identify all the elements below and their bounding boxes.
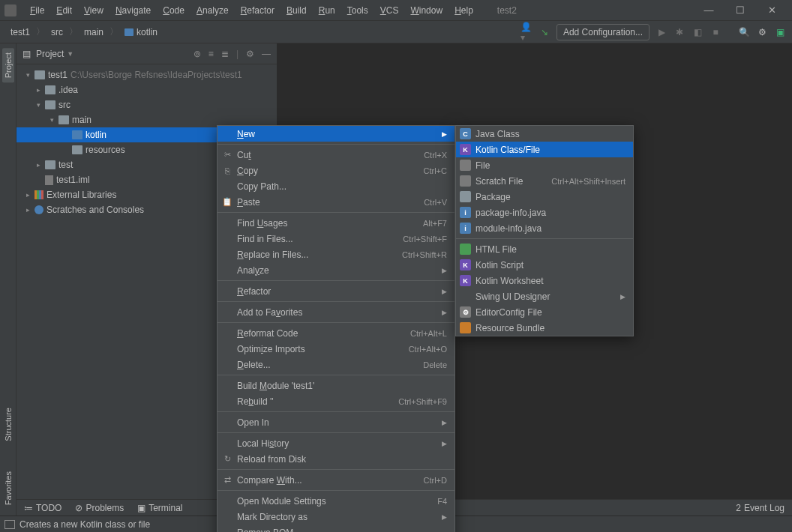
- close-button[interactable]: ✕: [756, 3, 788, 18]
- menu-item-delete-[interactable]: Delete...Delete: [218, 357, 454, 372]
- menu-item-local-history[interactable]: Local History▶: [218, 435, 454, 451]
- submenu-item-scratch-file[interactable]: Scratch FileCtrl+Alt+Shift+Insert: [456, 173, 633, 189]
- rail-tab-favorites[interactable]: Favorites: [4, 467, 13, 510]
- rail-tab-structure[interactable]: Structure: [4, 403, 13, 446]
- menu-item-find-in-files-[interactable]: Find in Files...Ctrl+Shift+F: [218, 231, 454, 247]
- menu-tools[interactable]: Tools: [341, 2, 374, 19]
- plugins-icon[interactable]: ▣: [774, 26, 786, 38]
- tree-label: Scratches and Consoles: [46, 205, 144, 215]
- menu-shortcut: F4: [437, 497, 447, 506]
- tree-item--idea[interactable]: ▸.idea: [16, 82, 277, 97]
- project-panel-title[interactable]: Project: [36, 49, 64, 59]
- window-controls: — ☐ ✕: [693, 3, 788, 18]
- menu-item-optimize-imports[interactable]: Optimize ImportsCtrl+Alt+O: [218, 341, 454, 357]
- menu-item-build-module-test1-[interactable]: Build Module 'test1': [218, 378, 454, 393]
- expand-arrow-icon[interactable]: ▸: [34, 161, 42, 169]
- submenu-item-kotlin-script[interactable]: KKotlin Script: [456, 257, 633, 273]
- menu-item-reload-from-disk[interactable]: ↻Reload from Disk: [218, 451, 454, 467]
- menu-edit[interactable]: Edit: [50, 2, 78, 19]
- menu-item-open-module-settings[interactable]: Open Module SettingsF4: [218, 493, 454, 509]
- submenu-arrow-icon: ▶: [620, 293, 626, 300]
- submenu-item-resource-bundle[interactable]: Resource Bundle: [456, 320, 633, 336]
- submenu-item-kotlin-worksheet[interactable]: KKotlin Worksheet: [456, 273, 633, 288]
- status-window-icon[interactable]: [4, 520, 15, 529]
- submenu-item-editorconfig-file[interactable]: ⚙EditorConfig File: [456, 304, 633, 320]
- menu-item-compare-with-[interactable]: ⇄Compare With...Ctrl+D: [218, 472, 454, 488]
- minimize-button[interactable]: —: [693, 3, 724, 18]
- breadcrumb-test1[interactable]: test1: [6, 25, 34, 40]
- menu-help[interactable]: Help: [448, 2, 479, 19]
- breadcrumb-kotlin[interactable]: kotlin: [120, 25, 162, 40]
- menu-item-mark-directory-as[interactable]: Mark Directory as▶: [218, 509, 454, 525]
- submenu-item-package[interactable]: Package: [456, 189, 633, 205]
- submenu-item-java-class[interactable]: CJava Class: [456, 126, 633, 142]
- expand-all-icon[interactable]: ≡: [208, 49, 214, 59]
- menu-item-find-usages[interactable]: Find UsagesAlt+F7: [218, 215, 454, 231]
- menu-code[interactable]: Code: [157, 2, 190, 19]
- submenu-item-swing-ui-designer[interactable]: Swing UI Designer▶: [456, 288, 633, 304]
- menu-item-open-in[interactable]: Open In▶: [218, 414, 454, 430]
- tree-item-test1[interactable]: ▾test1C:\Users\Borge Refsnes\IdeaProject…: [16, 67, 277, 82]
- breadcrumb-src[interactable]: src: [46, 25, 68, 40]
- submenu-item-kotlin-class-file[interactable]: KKotlin Class/File: [456, 142, 633, 157]
- breadcrumb-main[interactable]: main: [80, 25, 108, 40]
- bottom-tab-problems[interactable]: ⊘Problems: [75, 503, 124, 513]
- menu-window[interactable]: Window: [404, 2, 448, 19]
- menu-vcs[interactable]: VCS: [374, 2, 405, 19]
- menu-analyze[interactable]: Analyze: [190, 2, 235, 19]
- menu-item-reformat-code[interactable]: Reformat CodeCtrl+Alt+L: [218, 325, 454, 341]
- menu-refactor[interactable]: Refactor: [235, 2, 280, 19]
- menu-build[interactable]: Build: [280, 2, 313, 19]
- submenu-label: File: [476, 160, 490, 171]
- users-icon[interactable]: 👤▾: [520, 26, 532, 38]
- menu-item-refactor[interactable]: Refactor▶: [218, 283, 454, 299]
- menu-file[interactable]: File: [24, 2, 50, 19]
- locate-icon[interactable]: ⊚: [194, 49, 201, 59]
- expand-arrow-icon[interactable]: ▸: [34, 86, 42, 94]
- menu-item-paste[interactable]: 📋PasteCtrl+V: [218, 194, 454, 210]
- add-configuration-button[interactable]: Add Configuration...: [556, 24, 650, 40]
- panel-settings-icon[interactable]: ⚙: [246, 49, 254, 59]
- expand-arrow-icon[interactable]: ▸: [24, 206, 32, 214]
- panel-hide-icon[interactable]: —: [262, 49, 271, 59]
- menu-item-rebuild-default-[interactable]: Rebuild ''Ctrl+Shift+F9: [218, 393, 454, 409]
- menu-item-add-to-favorites[interactable]: Add to Favorites▶: [218, 304, 454, 320]
- submenu-item-package-info-java[interactable]: ipackage-info.java: [456, 205, 633, 220]
- settings-icon[interactable]: ⚙: [756, 26, 768, 38]
- hammer-icon[interactable]: ↘: [538, 26, 550, 38]
- debug-icon[interactable]: ✱: [674, 26, 686, 38]
- submenu-label: module-info.java: [476, 223, 542, 234]
- expand-arrow-icon[interactable]: ▾: [48, 116, 56, 124]
- submenu-item-html-file[interactable]: HTML File: [456, 241, 633, 257]
- search-icon[interactable]: 🔍: [738, 26, 750, 38]
- collapse-all-icon[interactable]: ≣: [221, 49, 229, 59]
- menu-item-copy-path-[interactable]: Copy Path...: [218, 178, 454, 194]
- menu-item-analyze[interactable]: Analyze▶: [218, 262, 454, 278]
- bottom-tab-todo[interactable]: ≔TODO: [24, 503, 62, 513]
- rail-tab-project[interactable]: Project: [2, 48, 14, 82]
- coverage-icon[interactable]: ◧: [692, 26, 704, 38]
- submenu-item-file[interactable]: File: [456, 157, 633, 173]
- menu-view[interactable]: View: [78, 2, 110, 19]
- bottom-tab-terminal[interactable]: ▣Terminal: [137, 503, 182, 513]
- submenu-item-module-info-java[interactable]: imodule-info.java: [456, 220, 633, 236]
- tree-item-src[interactable]: ▾src: [16, 97, 277, 112]
- menu-run[interactable]: Run: [313, 2, 341, 19]
- maximize-button[interactable]: ☐: [724, 3, 756, 18]
- expand-arrow-icon[interactable]: ▸: [24, 191, 32, 199]
- menu-item-copy[interactable]: ⎘CopyCtrl+C: [218, 163, 454, 178]
- menu-item-replace-in-files-[interactable]: Replace in Files...Ctrl+Shift+R: [218, 247, 454, 262]
- expand-arrow-icon[interactable]: ▾: [24, 71, 32, 79]
- file-type-icon: [460, 191, 471, 202]
- menu-label: Open Module Settings: [237, 496, 326, 507]
- run-icon[interactable]: ▶: [656, 26, 668, 38]
- menu-item-cut[interactable]: ✂CutCtrl+X: [218, 147, 454, 163]
- chevron-down-icon[interactable]: ▼: [67, 50, 74, 58]
- bottom-tab-eventlog[interactable]: 2 Event Log: [736, 503, 784, 513]
- menu-item-remove-bom[interactable]: Remove BOM: [218, 525, 454, 532]
- menu-navigate[interactable]: Navigate: [110, 2, 157, 19]
- expand-arrow-icon[interactable]: ▾: [34, 101, 42, 109]
- stop-icon[interactable]: ■: [710, 26, 722, 38]
- folder-icon: [34, 70, 45, 79]
- menu-item-new[interactable]: New▶: [218, 126, 454, 142]
